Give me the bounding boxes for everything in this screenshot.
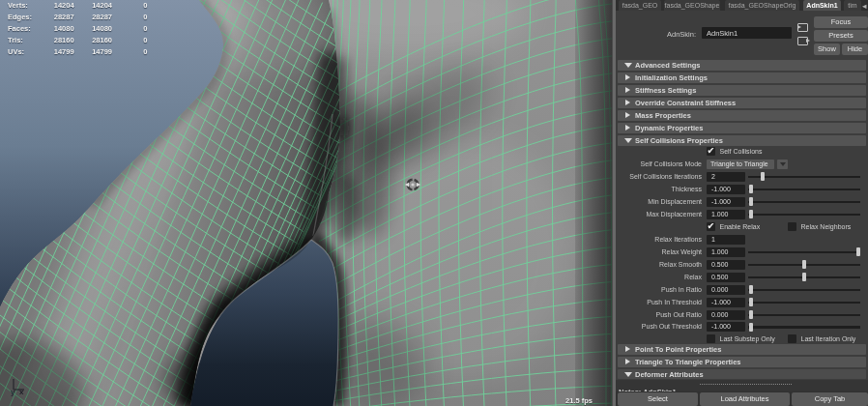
svg-text:y: y — [11, 388, 15, 396]
svg-text:x: x — [19, 388, 24, 396]
